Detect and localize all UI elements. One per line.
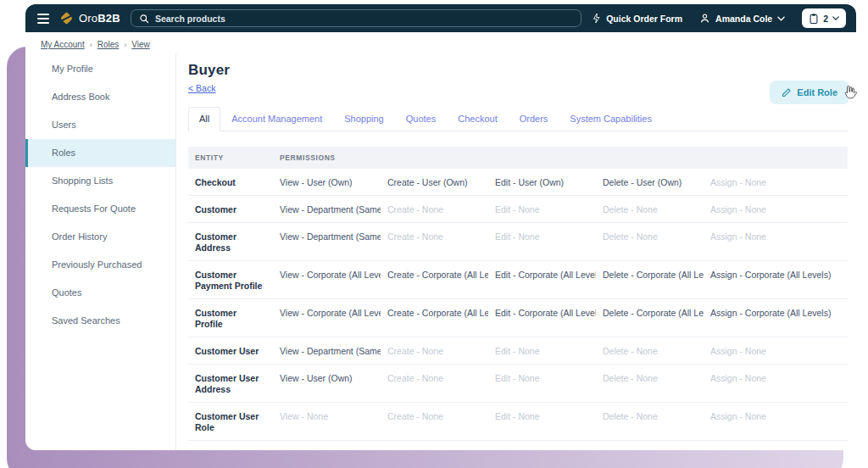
permission-cell: Delete - None: [596, 337, 704, 365]
table-row[interactable]: Customer AddressView - Department (Same …: [188, 223, 848, 261]
search-input[interactable]: [155, 14, 573, 24]
permission-cell: Delete - Corporate (All Levels): [596, 441, 704, 451]
permission-cell: Create - Corporate (All Levels): [381, 441, 488, 451]
sidebar-item-roles[interactable]: Roles: [25, 139, 175, 167]
permission-cell: View - User (Own): [273, 169, 381, 196]
product-search[interactable]: [131, 9, 581, 27]
quick-order-form-link[interactable]: Quick Order Form: [592, 13, 682, 24]
table-row[interactable]: Customer User RoleView - NoneCreate - No…: [188, 403, 848, 441]
tab-account-management[interactable]: Account Management: [220, 107, 333, 131]
permission-cell: Edit - Corporate (All Levels): [488, 261, 596, 299]
user-menu[interactable]: Amanda Cole: [699, 13, 785, 24]
cart-chevron-down-icon: [832, 16, 839, 20]
permissions-column-header: Permissions: [273, 147, 848, 169]
permission-cell: Create - Corporate (All Levels): [381, 299, 488, 337]
permission-cell: Edit - None: [488, 337, 596, 365]
page-body: My ProfileAddress BookUsersRolesShopping…: [25, 53, 856, 450]
cart-count: 2: [823, 14, 828, 24]
permission-cell: Create - None: [381, 196, 488, 223]
sidebar-item-previously-purchased[interactable]: Previously Purchased: [25, 251, 175, 279]
back-link[interactable]: < Back: [188, 83, 215, 93]
permission-cell: Create - None: [381, 223, 488, 261]
table-row[interactable]: CheckoutView - User (Own)Create - User (…: [188, 169, 848, 196]
permission-cell: Create - None: [381, 403, 488, 441]
user-name: Amanda Cole: [715, 14, 772, 24]
permission-cell: Delete - Corporate (All Levels): [596, 261, 704, 299]
permission-cell: Delete - Corporate (All Levels): [596, 299, 704, 337]
tab-all[interactable]: All: [188, 107, 220, 131]
permission-cell: Assign - Corporate (All Levels): [704, 261, 848, 299]
permission-cell: Assign - Corporate (All Levels): [704, 441, 848, 451]
sidebar-item-saved-searches[interactable]: Saved Searches: [25, 307, 175, 335]
edit-role-button[interactable]: Edit Role: [770, 81, 849, 104]
permission-cell: View - Department (Same Le…: [273, 223, 381, 261]
tab-orders[interactable]: Orders: [509, 107, 559, 131]
breadcrumb-view[interactable]: View: [131, 40, 150, 49]
top-bar: OroB2B Quick Order Form: [25, 4, 856, 32]
entity-cell: Customer: [188, 196, 273, 223]
permission-cell: View - Corporate (All Levels): [273, 441, 381, 451]
breadcrumb-separator: ›: [124, 41, 126, 49]
logo-text: OroB2B: [79, 12, 120, 25]
entity-cell: Customer Profile: [188, 299, 273, 337]
permission-cell: Edit - None: [488, 223, 596, 261]
permission-cell: Edit - Corporate (All Levels): [488, 299, 596, 337]
entity-cell: Checkout: [188, 169, 273, 196]
hamburger-menu-icon[interactable]: [37, 14, 49, 24]
cart-button[interactable]: 2: [802, 8, 846, 28]
permission-cell: Assign - None: [704, 196, 848, 223]
permission-cell: View - Corporate (All Levels): [273, 261, 381, 299]
entity-cell: Customer Address: [188, 223, 273, 261]
breadcrumb-separator: ›: [90, 41, 92, 49]
permission-cell: View - Department (Same Le…: [273, 337, 381, 365]
table-row[interactable]: Customer User AddressView - User (Own)Cr…: [188, 365, 848, 403]
permission-cell: Assign - Corporate (All Levels): [704, 299, 848, 337]
permission-cell: Assign - None: [704, 223, 848, 261]
permission-cell: Edit - None: [488, 403, 596, 441]
permission-cell: Delete - User (Own): [596, 169, 704, 196]
lightning-icon: [592, 13, 601, 24]
quick-order-label: Quick Order Form: [606, 14, 682, 24]
user-icon: [699, 13, 710, 24]
sidebar-item-order-history[interactable]: Order History: [25, 223, 175, 251]
edit-role-label: Edit Role: [797, 87, 837, 98]
table-row[interactable]: Customer UserView - Department (Same Le……: [188, 337, 848, 365]
pencil-icon: [782, 87, 792, 98]
entity-cell: Grid View: [188, 441, 273, 451]
sidebar-item-requests-for-quote[interactable]: Requests For Quote: [25, 195, 175, 223]
tab-checkout[interactable]: Checkout: [447, 107, 508, 131]
table-row[interactable]: CustomerView - Department (Same Le…Creat…: [188, 196, 848, 223]
search-icon: [139, 14, 149, 24]
tab-quotes[interactable]: Quotes: [395, 107, 447, 131]
permission-cell: Assign - None: [704, 403, 848, 441]
permission-cell: Delete - None: [596, 403, 704, 441]
app-window: OroB2B Quick Order Form: [25, 4, 856, 450]
sidebar-item-users[interactable]: Users: [25, 111, 175, 139]
breadcrumb-my-account[interactable]: My Account: [41, 40, 85, 49]
sidebar-item-shopping-lists[interactable]: Shopping Lists: [25, 167, 175, 195]
clipboard-icon: [809, 13, 819, 25]
breadcrumb-roles[interactable]: Roles: [97, 40, 120, 49]
orob2b-logo[interactable]: OroB2B: [59, 11, 120, 25]
sidebar-item-address-book[interactable]: Address Book: [25, 83, 175, 111]
permission-cell: Edit - Corporate (All Levels): [488, 441, 596, 451]
entity-column-header: Entity: [188, 147, 273, 169]
entity-cell: Customer User Role: [188, 403, 273, 441]
breadcrumb: My Account › Roles › View: [25, 32, 856, 53]
permission-cell: Assign - None: [704, 169, 848, 196]
table-header-row: Entity Permissions: [188, 147, 848, 169]
tab-system-capabilities[interactable]: System Capabilities: [559, 107, 663, 131]
sidebar-item-quotes[interactable]: Quotes: [25, 279, 175, 307]
permissions-table: Entity Permissions CheckoutView - User (…: [188, 147, 848, 450]
sidebar-item-my-profile[interactable]: My Profile: [25, 55, 175, 83]
permission-cell: Create - Corporate (All Levels): [381, 261, 488, 299]
screen: { "header": { "logo_prefix": "Oro", "log…: [0, 0, 868, 468]
permission-cell: Edit - None: [488, 365, 596, 403]
permission-cell: Edit - User (Own): [488, 169, 596, 196]
entity-cell: Customer Payment Profile: [188, 261, 273, 299]
table-row[interactable]: Customer ProfileView - Corporate (All Le…: [188, 299, 848, 337]
permission-cell: Edit - None: [488, 196, 596, 223]
table-row[interactable]: Grid ViewView - Corporate (All Levels)Cr…: [188, 441, 848, 451]
tab-shopping[interactable]: Shopping: [333, 107, 395, 131]
table-row[interactable]: Customer Payment ProfileView - Corporate…: [188, 261, 848, 299]
